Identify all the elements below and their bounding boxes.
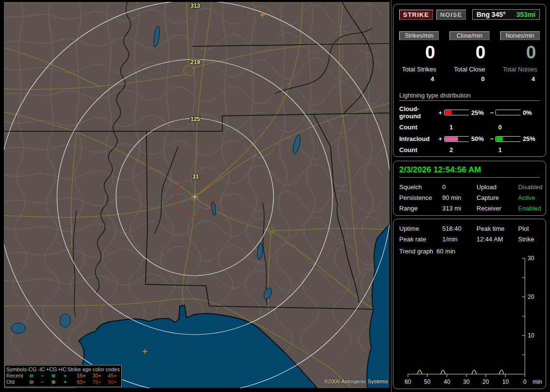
trend-x-ticks [408,374,525,377]
ic-negative-recent-icon: − [37,373,47,379]
count-label: Count [399,124,449,131]
trend-strike-peaks [417,370,504,374]
legend-symbols-header: Symbols [6,366,27,373]
ic-positive-bar [444,136,469,142]
ic-negative-bar-fill [496,137,503,141]
cg-positive-recent-icon: ⊕ [47,373,59,379]
count-label: Count [399,146,449,154]
legend-col-cg-neg: -CG [27,366,37,373]
peak-rate-label: Peak rate [399,236,442,243]
strikes-per-min-value: 0 [399,43,439,61]
legend-row-old: Old [6,379,26,385]
close-per-min-column: Close/min 0 Total Close 0 [449,31,489,83]
cloud-ground-count-row: Count 1 0 [399,124,540,131]
plot-mode-value: Strike [518,236,543,243]
x-tick-50: 50 [424,378,431,385]
age-code-60: 60+ [73,379,89,385]
uptime-value: 516:40 [442,225,477,232]
strikes-per-min-button[interactable]: Strikes/min [399,31,439,40]
x-tick-20: 20 [482,378,489,385]
trend-graph: 30 20 10 60 50 40 30 20 10 0 min [398,253,543,388]
noises-per-min-value: 0 [500,43,540,61]
x-tick-40: 40 [444,378,450,385]
close-per-min-value: 0 [449,43,489,61]
strikes-per-min-column: Strikes/min 0 Total Strikes 4 [399,31,439,83]
map-sidebar-divider [391,0,391,392]
capture-label: Capture [477,194,518,201]
cloud-ground-label: Cloud-ground [399,105,438,120]
total-close-label: Total Close [449,66,489,73]
x-tick-10: 10 [502,378,509,385]
ring-label-313: 313 [190,2,200,9]
y-tick-10: 10 [528,332,535,339]
distribution-title: Lightning type distribution [399,92,540,101]
peak-time-value: 12:44 AM [477,236,518,243]
total-strikes-label: Total Strikes [399,66,439,73]
noise-toggle-button[interactable]: NOISE [436,10,466,20]
legend-col-ic-pos: +IC [57,366,67,373]
cloud-ground-row: Cloud-ground + 25% − 0% [399,105,540,120]
ic-positive-count: 2 [449,146,498,154]
trend-y-ticks [522,258,525,355]
cg-positive-count: 1 [449,124,498,131]
plus-sign: + [438,109,444,116]
x-tick-30: 30 [463,378,470,385]
bearing-value: Bng 345° [477,11,506,18]
capture-status: Active [518,194,543,201]
cg-positive-pct: 25% [469,109,488,116]
x-tick-0: 0 [523,378,527,385]
y-tick-30: 30 [528,255,535,262]
strike-stats-panel: STRIKE NOISE Bng 345° 353mi Strikes/min … [393,4,546,157]
total-noises-value: 4 [500,75,540,83]
bearing-distance: 353mi [516,11,536,18]
noises-per-min-column: Noises/min 0 Total Noises 4 [500,31,540,83]
bearing-display: Bng 345° 353mi [472,9,540,20]
lightning-detector-app: { "header": { "strike_button": "STRIKE",… [0,0,550,392]
peak-rate-value: 1/min [442,236,477,243]
age-code-75: 75+ [89,379,104,385]
noises-per-min-button[interactable]: Noises/min [500,31,540,40]
ic-positive-pct: 50% [469,135,488,142]
x-tick-60: 60 [405,378,411,385]
ic-negative-pct: 25% [521,135,540,142]
map-svg: 313 219 125 31 [4,2,390,388]
ring-label-125: 125 [190,116,200,123]
intracloud-label: Intracloud [399,135,438,142]
minus-sign: − [488,109,495,116]
range-label: Range [399,205,442,212]
ring-label-219: 219 [190,59,200,66]
total-strikes-value: 4 [399,75,439,83]
plus-sign: + [438,135,444,142]
legend-row-recent: Recent [6,373,26,379]
uptime-label: Uptime [399,225,442,232]
ring-label-31: 31 [192,173,199,180]
squelch-label: Squelch [399,183,442,191]
age-code-15: 15+ [73,373,89,379]
cg-negative-bar [495,110,520,115]
age-code-30: 30+ [89,373,104,379]
y-tick-20: 20 [528,294,535,300]
total-noises-label: Total Noises [500,66,540,73]
minus-sign: − [488,135,495,142]
total-close-value: 0 [449,75,489,83]
range-value: 313 mi [442,205,477,212]
ic-negative-count: 1 [498,146,502,154]
cg-positive-old-icon: ⊕ [47,379,59,385]
close-per-min-button[interactable]: Close/min [449,31,489,40]
strike-toggle-button[interactable]: STRIKE [399,10,433,20]
cg-negative-pct: 0% [521,109,540,116]
legend-col-cg-pos: +CG [46,366,57,373]
session-trend-panel: Uptime 516:40 Peak time Plot Peak rate 1… [393,219,546,389]
legend-age-header: Strike age color codes [67,366,120,373]
map-copyright: ©2005 Astrogenic Systems [324,378,388,384]
upload-label: Upload [477,183,518,191]
legend-col-ic-neg: -IC [37,366,46,373]
persistence-value: 90 min [442,194,477,201]
map-canvas: 313 219 125 31 ©2005 Astrogenic Systems … [4,2,390,388]
ic-negative-old-icon: − [37,379,47,385]
receiver-status: Enabled [518,205,543,212]
cg-positive-bar-fill [445,111,451,115]
symbols-legend: Symbols -CG -IC +CG +IC Strike age color… [4,365,122,387]
age-code-45: 45+ [104,373,120,379]
ic-positive-bar-fill [445,137,458,141]
